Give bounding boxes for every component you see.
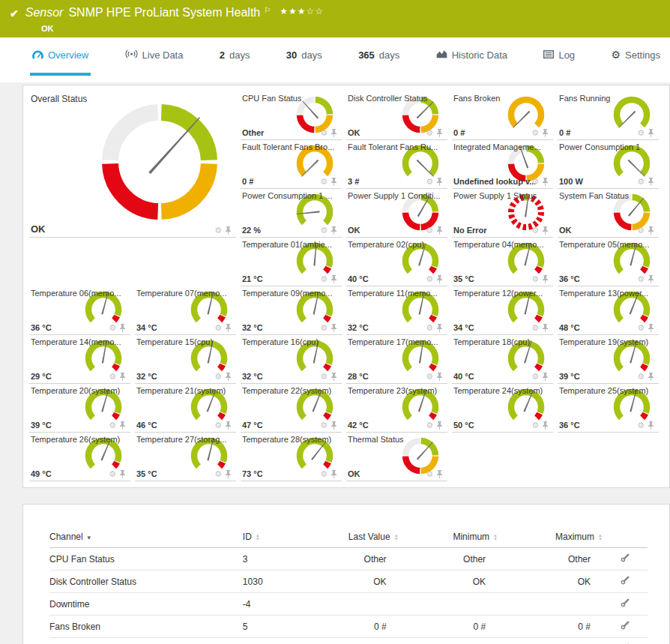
pin-icon[interactable] (436, 275, 443, 283)
stars-empty: ☆☆ (307, 6, 325, 16)
column-header-minimum[interactable]: Minimum▲▼ (399, 527, 498, 548)
tab-historic-data[interactable]: Historic Data (434, 37, 510, 76)
gear-icon[interactable]: ⚙ (426, 178, 433, 186)
gear-icon[interactable]: ⚙ (214, 421, 222, 430)
pin-icon[interactable] (331, 178, 337, 186)
gear-icon[interactable]: ⚙ (214, 226, 222, 235)
gear-icon[interactable]: ⚙ (637, 226, 645, 235)
pin-icon[interactable] (225, 226, 232, 235)
channel-settings-icon[interactable] (621, 576, 630, 585)
gear-icon[interactable]: ⚙ (531, 178, 539, 186)
pin-icon[interactable] (436, 129, 443, 137)
tab-settings[interactable]: ⚙Settings (609, 37, 663, 76)
pin-icon[interactable] (436, 470, 443, 478)
pin-icon[interactable] (331, 324, 337, 332)
pin-icon[interactable] (542, 226, 549, 235)
pin-icon[interactable] (542, 129, 549, 137)
tab-30-days[interactable]: 30days (284, 37, 325, 76)
priority-stars[interactable]: ★★★☆☆ (280, 4, 324, 19)
gauge-card-temperature-22-system: Temperature 22(system) 47 °C ⚙ (241, 384, 342, 433)
column-header-last-value[interactable]: Last Value▲▼ (287, 527, 398, 548)
gear-icon[interactable]: ⚙ (320, 178, 328, 186)
gear-icon[interactable]: ⚙ (320, 129, 328, 137)
pin-icon[interactable] (331, 129, 337, 137)
tab-live-data[interactable]: Live Data (123, 37, 186, 76)
gear-icon[interactable]: ⚙ (320, 470, 328, 478)
gear-icon[interactable]: ⚙ (109, 421, 116, 430)
pin-icon[interactable] (119, 470, 126, 478)
pin-icon[interactable] (119, 421, 126, 430)
channel-settings-icon[interactable] (621, 621, 630, 630)
gear-icon[interactable]: ⚙ (320, 324, 328, 332)
flag-icon[interactable]: ⚐ (264, 3, 271, 18)
pin-icon[interactable] (331, 275, 337, 283)
gear-icon[interactable]: ⚙ (320, 421, 328, 430)
pin-icon[interactable] (542, 373, 549, 381)
pin-icon[interactable] (225, 373, 232, 381)
gear-icon[interactable]: ⚙ (214, 470, 222, 478)
pin-icon[interactable] (331, 226, 337, 235)
gear-icon[interactable]: ⚙ (531, 421, 539, 430)
gear-icon[interactable]: ⚙ (109, 470, 116, 478)
pin-icon[interactable] (331, 421, 337, 430)
gear-icon[interactable]: ⚙ (426, 373, 433, 381)
pin-icon[interactable] (542, 324, 549, 332)
pin-icon[interactable] (331, 470, 337, 478)
gear-icon[interactable]: ⚙ (531, 373, 539, 381)
pin-icon[interactable] (648, 178, 654, 186)
pin-icon[interactable] (648, 373, 654, 381)
gear-icon[interactable]: ⚙ (637, 178, 645, 186)
gear-icon[interactable]: ⚙ (426, 421, 433, 430)
cell-id: 5 (243, 616, 287, 638)
pin-icon[interactable] (648, 275, 654, 283)
gear-icon[interactable]: ⚙ (531, 129, 539, 137)
tab-2-days[interactable]: 2days (217, 37, 253, 76)
pin-icon[interactable] (542, 421, 549, 430)
gear-icon[interactable]: ⚙ (637, 275, 645, 283)
gear-icon[interactable]: ⚙ (637, 324, 645, 332)
pin-icon[interactable] (436, 226, 443, 235)
column-header-id[interactable]: ID▲▼ (243, 527, 287, 548)
pin-icon[interactable] (225, 421, 232, 430)
pin-icon[interactable] (436, 324, 443, 332)
gear-icon[interactable]: ⚙ (426, 324, 433, 332)
gear-icon[interactable]: ⚙ (637, 129, 645, 137)
column-header-maximum[interactable]: Maximum▲▼ (498, 527, 603, 548)
gear-icon[interactable]: ⚙ (426, 470, 433, 478)
pin-icon[interactable] (331, 373, 337, 381)
pin-icon[interactable] (225, 324, 232, 332)
gear-icon[interactable]: ⚙ (426, 129, 433, 137)
gear-icon[interactable]: ⚙ (426, 275, 433, 283)
gear-icon[interactable]: ⚙ (637, 373, 645, 381)
gear-icon[interactable]: ⚙ (109, 324, 116, 332)
channel-settings-icon[interactable] (621, 598, 630, 607)
pin-icon[interactable] (648, 421, 654, 430)
pin-icon[interactable] (542, 178, 549, 186)
gear-icon[interactable]: ⚙ (531, 275, 539, 283)
tab-log[interactable]: Log (541, 37, 577, 76)
pin-icon[interactable] (648, 129, 654, 137)
gear-icon[interactable]: ⚙ (426, 226, 433, 235)
gear-icon[interactable]: ⚙ (320, 275, 328, 283)
gear-icon[interactable]: ⚙ (320, 373, 328, 381)
channel-settings-icon[interactable] (621, 553, 630, 562)
pin-icon[interactable] (119, 373, 126, 381)
gear-icon[interactable]: ⚙ (214, 373, 222, 381)
gear-icon[interactable]: ⚙ (531, 324, 539, 332)
gear-icon[interactable]: ⚙ (320, 226, 328, 235)
pin-icon[interactable] (436, 421, 443, 430)
gear-icon[interactable]: ⚙ (531, 226, 539, 235)
pin-icon[interactable] (648, 226, 654, 235)
tab-365-days[interactable]: 365days (356, 37, 402, 76)
gear-icon[interactable]: ⚙ (637, 421, 645, 430)
pin-icon[interactable] (436, 373, 443, 381)
column-header-channel[interactable]: Channel▼ (49, 527, 243, 548)
pin-icon[interactable] (225, 470, 232, 478)
pin-icon[interactable] (648, 324, 654, 332)
tab-overview[interactable]: Overview (30, 37, 91, 76)
gear-icon[interactable]: ⚙ (109, 373, 116, 381)
pin-icon[interactable] (542, 275, 549, 283)
pin-icon[interactable] (436, 178, 443, 186)
pin-icon[interactable] (119, 324, 126, 332)
gear-icon[interactable]: ⚙ (214, 324, 222, 332)
